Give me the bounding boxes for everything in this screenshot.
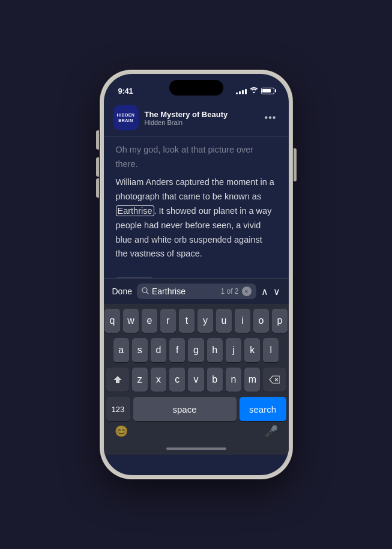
- keyboard-bottom-row: 123 space search: [106, 397, 286, 421]
- key-l[interactable]: l: [263, 338, 279, 362]
- podcast-logo: HIDDEN BRAIN: [113, 105, 139, 130]
- phone-screen: 9:41 HIDDEN BRAIN: [104, 74, 289, 475]
- fade-text: Oh my god, look at that picture over the…: [116, 143, 277, 172]
- nav-arrows: ∧ ∨: [261, 286, 280, 297]
- key-w[interactable]: w: [123, 309, 139, 333]
- key-g[interactable]: g: [188, 338, 204, 362]
- keyboard: q w e r t y u i o p a s d f g h j k: [104, 304, 289, 443]
- key-m[interactable]: m: [244, 368, 260, 392]
- key-i[interactable]: i: [235, 309, 250, 333]
- key-u[interactable]: u: [216, 309, 232, 333]
- search-icon: [142, 287, 149, 296]
- key-k[interactable]: k: [244, 338, 260, 362]
- home-bar: [166, 447, 226, 450]
- key-e[interactable]: e: [142, 309, 157, 333]
- key-q[interactable]: q: [104, 309, 120, 333]
- numbers-key[interactable]: 123: [106, 397, 130, 421]
- home-indicator: [104, 443, 289, 455]
- emoji-mic-row: 😊 🎤: [106, 423, 286, 440]
- key-f[interactable]: f: [169, 338, 185, 362]
- key-d[interactable]: d: [151, 338, 166, 362]
- episode-title: The Mystery of Beauty: [145, 110, 256, 119]
- space-key[interactable]: space: [133, 397, 237, 421]
- prev-result-button[interactable]: ∧: [261, 286, 268, 297]
- search-input-value[interactable]: Earthrise: [152, 287, 218, 296]
- keyboard-row-1: q w e r t y u i o p: [106, 309, 286, 333]
- search-input-container[interactable]: Earthrise 1 of 2 ×: [137, 284, 256, 299]
- keyboard-row-2: a s d f g h j k l: [106, 338, 286, 362]
- paragraph-2: Earthrise wasn't just a beautiful photog…: [116, 276, 277, 278]
- key-r[interactable]: r: [160, 309, 176, 333]
- podcast-info: The Mystery of Beauty Hidden Brain: [145, 110, 256, 126]
- emoji-button[interactable]: 😊: [115, 425, 128, 438]
- search-key[interactable]: search: [240, 397, 286, 421]
- status-icons: [236, 86, 274, 95]
- svg-line-1: [146, 292, 148, 294]
- paragraph-1: William Anders captured the moment in a …: [116, 175, 277, 262]
- podcast-name: Hidden Brain: [145, 119, 256, 126]
- mic-button[interactable]: 🎤: [265, 425, 278, 438]
- more-button[interactable]: •••: [262, 109, 279, 126]
- key-n[interactable]: n: [226, 368, 241, 392]
- key-s[interactable]: s: [132, 338, 148, 362]
- key-b[interactable]: b: [207, 368, 223, 392]
- clear-button[interactable]: ×: [242, 287, 252, 296]
- podcast-header: HIDDEN BRAIN The Mystery of Beauty Hidde…: [104, 100, 289, 137]
- signal-icon: [236, 87, 247, 94]
- delete-key[interactable]: [263, 368, 286, 392]
- key-z[interactable]: z: [132, 368, 148, 392]
- highlight-earthrise-2: Earthrise: [116, 278, 153, 278]
- done-button[interactable]: Done: [112, 287, 132, 296]
- dynamic-island: [169, 80, 223, 96]
- key-j[interactable]: j: [226, 338, 241, 362]
- highlight-earthrise-1: Earthrise: [116, 205, 154, 216]
- search-bar: Done Earthrise 1 of 2 × ∧ ∨: [104, 278, 289, 304]
- key-p[interactable]: p: [272, 309, 288, 333]
- key-h[interactable]: h: [207, 338, 223, 362]
- wifi-icon: [250, 86, 258, 95]
- key-x[interactable]: x: [151, 368, 166, 392]
- key-c[interactable]: c: [169, 368, 185, 392]
- key-o[interactable]: o: [253, 309, 269, 333]
- next-result-button[interactable]: ∨: [273, 286, 280, 297]
- phone-frame: 9:41 HIDDEN BRAIN: [100, 70, 292, 479]
- battery-icon: [261, 88, 274, 94]
- key-t[interactable]: t: [179, 309, 194, 333]
- shift-key[interactable]: [106, 368, 129, 392]
- key-v[interactable]: v: [188, 368, 204, 392]
- keyboard-row-3: z x c v b n m: [106, 368, 286, 392]
- status-time: 9:41: [118, 86, 133, 96]
- result-count: 1 of 2: [220, 287, 238, 296]
- status-bar: 9:41: [104, 74, 289, 100]
- content-area: Oh my god, look at that picture over the…: [104, 137, 289, 278]
- key-y[interactable]: y: [198, 309, 213, 333]
- key-a[interactable]: a: [113, 338, 129, 362]
